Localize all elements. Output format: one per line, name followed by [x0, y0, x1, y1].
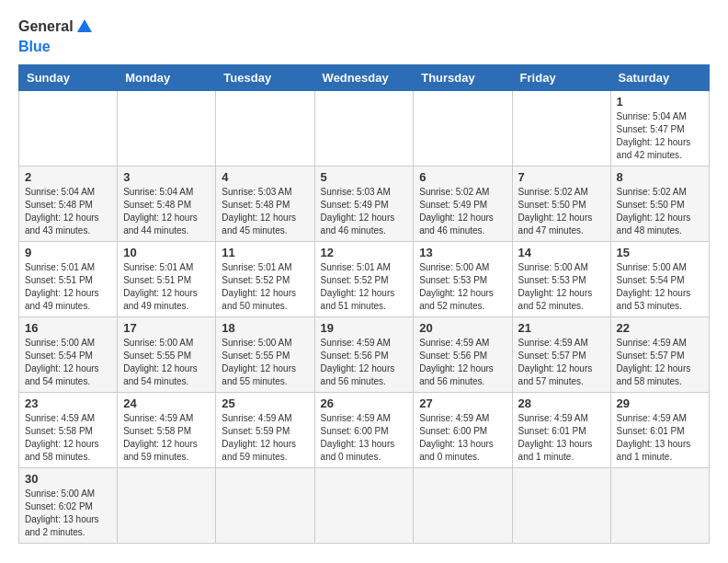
day-info: Sunrise: 4:59 AM Sunset: 6:00 PM Dayligh… — [321, 412, 408, 464]
header: General Blue — [18, 18, 710, 55]
calendar-cell: 21Sunrise: 4:59 AM Sunset: 5:57 PM Dayli… — [512, 317, 610, 393]
calendar-cell: 12Sunrise: 5:01 AM Sunset: 5:52 PM Dayli… — [314, 242, 414, 317]
calendar-week-row: 2Sunrise: 5:04 AM Sunset: 5:48 PM Daylig… — [19, 167, 710, 242]
day-number: 12 — [321, 246, 408, 259]
calendar-cell: 11Sunrise: 5:01 AM Sunset: 5:52 PM Dayli… — [216, 242, 314, 317]
day-number: 22 — [617, 321, 703, 335]
calendar-cell — [610, 468, 709, 544]
day-info: Sunrise: 4:59 AM Sunset: 5:58 PM Dayligh… — [25, 412, 111, 464]
day-info: Sunrise: 4:59 AM Sunset: 6:01 PM Dayligh… — [518, 412, 605, 464]
day-info: Sunrise: 5:04 AM Sunset: 5:48 PM Dayligh… — [123, 186, 210, 237]
calendar-week-row: 16Sunrise: 5:00 AM Sunset: 5:54 PM Dayli… — [19, 317, 710, 393]
day-info: Sunrise: 5:00 AM Sunset: 5:53 PM Dayligh… — [518, 261, 605, 313]
day-info: Sunrise: 5:04 AM Sunset: 5:48 PM Dayligh… — [25, 186, 111, 237]
logo-wrap: General — [18, 18, 92, 35]
calendar-cell: 14Sunrise: 5:00 AM Sunset: 5:53 PM Dayli… — [512, 242, 610, 317]
day-info: Sunrise: 5:00 AM Sunset: 5:55 PM Dayligh… — [222, 337, 308, 388]
calendar-cell — [414, 91, 512, 167]
calendar-cell: 4Sunrise: 5:03 AM Sunset: 5:48 PM Daylig… — [216, 167, 314, 242]
calendar-cell: 6Sunrise: 5:02 AM Sunset: 5:49 PM Daylig… — [414, 167, 512, 242]
calendar-week-row: 1Sunrise: 5:04 AM Sunset: 5:47 PM Daylig… — [19, 91, 710, 167]
day-number: 16 — [25, 321, 111, 335]
day-number: 15 — [617, 246, 703, 259]
calendar-cell: 27Sunrise: 4:59 AM Sunset: 6:00 PM Dayli… — [414, 393, 512, 468]
calendar-week-row: 30Sunrise: 5:00 AM Sunset: 6:02 PM Dayli… — [19, 468, 710, 544]
day-info: Sunrise: 4:59 AM Sunset: 5:58 PM Dayligh… — [123, 412, 210, 464]
calendar-cell — [216, 91, 314, 167]
day-info: Sunrise: 5:00 AM Sunset: 5:55 PM Dayligh… — [123, 337, 210, 388]
day-info: Sunrise: 4:59 AM Sunset: 5:57 PM Dayligh… — [518, 337, 605, 388]
day-info: Sunrise: 5:00 AM Sunset: 5:54 PM Dayligh… — [617, 261, 703, 313]
calendar-cell: 10Sunrise: 5:01 AM Sunset: 5:51 PM Dayli… — [118, 242, 216, 317]
calendar-cell — [512, 91, 610, 167]
day-number: 27 — [419, 396, 506, 410]
day-number: 29 — [617, 396, 703, 410]
logo-general-text: General — [18, 18, 74, 35]
day-info: Sunrise: 5:01 AM Sunset: 5:52 PM Dayligh… — [321, 261, 408, 313]
calendar-cell: 16Sunrise: 5:00 AM Sunset: 5:54 PM Dayli… — [19, 317, 118, 393]
day-number: 6 — [419, 170, 506, 184]
calendar-cell — [19, 91, 118, 167]
day-number: 5 — [321, 170, 408, 184]
day-info: Sunrise: 5:02 AM Sunset: 5:50 PM Dayligh… — [518, 186, 605, 237]
day-number: 20 — [419, 321, 506, 335]
day-number: 3 — [123, 170, 210, 184]
day-number: 30 — [25, 472, 111, 486]
weekday-header-thursday: Thursday — [414, 65, 512, 91]
calendar-cell — [118, 468, 216, 544]
logo-blue-text: Blue — [18, 39, 51, 55]
calendar-cell — [118, 91, 216, 167]
day-info: Sunrise: 4:59 AM Sunset: 5:56 PM Dayligh… — [419, 337, 506, 388]
calendar-cell: 29Sunrise: 4:59 AM Sunset: 6:01 PM Dayli… — [610, 393, 709, 468]
weekday-header-tuesday: Tuesday — [216, 65, 314, 91]
calendar-cell: 22Sunrise: 4:59 AM Sunset: 5:57 PM Dayli… — [610, 317, 709, 393]
calendar-cell: 23Sunrise: 4:59 AM Sunset: 5:58 PM Dayli… — [19, 393, 118, 468]
day-info: Sunrise: 4:59 AM Sunset: 6:01 PM Dayligh… — [617, 412, 703, 464]
weekday-header-row: SundayMondayTuesdayWednesdayThursdayFrid… — [19, 65, 710, 91]
calendar-cell — [216, 468, 314, 544]
calendar-cell: 1Sunrise: 5:04 AM Sunset: 5:47 PM Daylig… — [610, 91, 709, 167]
calendar-week-row: 23Sunrise: 4:59 AM Sunset: 5:58 PM Dayli… — [19, 393, 710, 468]
day-info: Sunrise: 5:04 AM Sunset: 5:47 PM Dayligh… — [617, 110, 703, 162]
calendar-cell: 13Sunrise: 5:00 AM Sunset: 5:53 PM Dayli… — [414, 242, 512, 317]
day-number: 13 — [419, 246, 506, 259]
day-info: Sunrise: 5:01 AM Sunset: 5:51 PM Dayligh… — [25, 261, 111, 313]
day-number: 19 — [321, 321, 408, 335]
calendar-cell: 30Sunrise: 5:00 AM Sunset: 6:02 PM Dayli… — [19, 468, 118, 544]
calendar-cell: 5Sunrise: 5:03 AM Sunset: 5:49 PM Daylig… — [314, 167, 414, 242]
day-info: Sunrise: 5:02 AM Sunset: 5:50 PM Dayligh… — [617, 186, 703, 237]
calendar-cell — [414, 468, 512, 544]
weekday-header-monday: Monday — [118, 65, 216, 91]
day-info: Sunrise: 5:00 AM Sunset: 5:53 PM Dayligh… — [419, 261, 506, 313]
calendar-cell: 9Sunrise: 5:01 AM Sunset: 5:51 PM Daylig… — [19, 242, 118, 317]
day-info: Sunrise: 5:03 AM Sunset: 5:49 PM Dayligh… — [321, 186, 408, 237]
calendar-cell: 28Sunrise: 4:59 AM Sunset: 6:01 PM Dayli… — [512, 393, 610, 468]
calendar-cell: 20Sunrise: 4:59 AM Sunset: 5:56 PM Dayli… — [414, 317, 512, 393]
logo-triangle-icon — [77, 19, 92, 32]
calendar-cell — [314, 91, 414, 167]
weekday-header-friday: Friday — [512, 65, 610, 91]
weekday-header-saturday: Saturday — [610, 65, 709, 91]
day-number: 28 — [518, 396, 605, 410]
calendar-cell: 24Sunrise: 4:59 AM Sunset: 5:58 PM Dayli… — [118, 393, 216, 468]
day-number: 4 — [222, 170, 308, 184]
day-number: 26 — [321, 396, 408, 410]
day-number: 14 — [518, 246, 605, 259]
calendar-table: SundayMondayTuesdayWednesdayThursdayFrid… — [18, 64, 710, 544]
calendar-week-row: 9Sunrise: 5:01 AM Sunset: 5:51 PM Daylig… — [19, 242, 710, 317]
day-info: Sunrise: 5:00 AM Sunset: 6:02 PM Dayligh… — [25, 488, 111, 539]
day-number: 24 — [123, 396, 210, 410]
calendar-cell: 18Sunrise: 5:00 AM Sunset: 5:55 PM Dayli… — [216, 317, 314, 393]
day-number: 23 — [25, 396, 111, 410]
calendar-cell: 25Sunrise: 4:59 AM Sunset: 5:59 PM Dayli… — [216, 393, 314, 468]
day-number: 25 — [222, 396, 308, 410]
day-number: 7 — [518, 170, 605, 184]
day-number: 2 — [25, 170, 111, 184]
day-info: Sunrise: 5:03 AM Sunset: 5:48 PM Dayligh… — [222, 186, 308, 237]
calendar-cell: 2Sunrise: 5:04 AM Sunset: 5:48 PM Daylig… — [19, 167, 118, 242]
calendar-cell — [314, 468, 414, 544]
day-number: 1 — [617, 95, 703, 109]
calendar-cell: 26Sunrise: 4:59 AM Sunset: 6:00 PM Dayli… — [314, 393, 414, 468]
calendar-cell — [512, 468, 610, 544]
day-info: Sunrise: 4:59 AM Sunset: 6:00 PM Dayligh… — [419, 412, 506, 464]
